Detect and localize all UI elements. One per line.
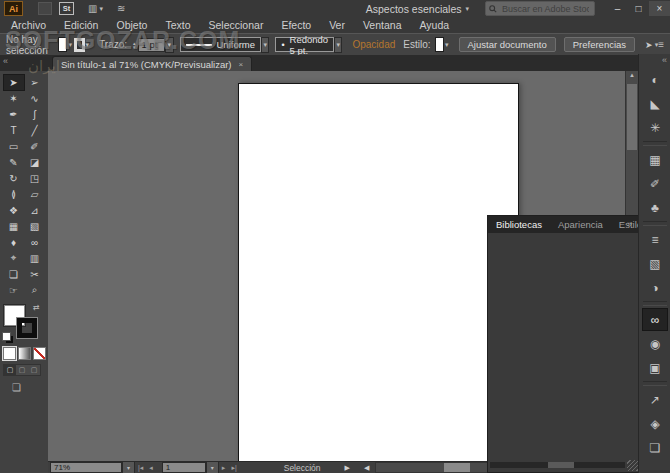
panel-horizontal-scrollbar[interactable] bbox=[490, 462, 625, 468]
control-panel-menu-icon[interactable]: ≡ bbox=[658, 39, 664, 50]
panel-scrollbar-thumb[interactable] bbox=[548, 462, 574, 468]
tool-slice[interactable]: ✂ bbox=[25, 267, 45, 282]
tool-pencil[interactable]: ✎ bbox=[4, 155, 24, 170]
arrange-documents-button[interactable]: ▥ ▾ bbox=[88, 3, 103, 14]
color-mode-button[interactable] bbox=[3, 347, 16, 360]
libraries-panel-body[interactable] bbox=[488, 233, 639, 460]
vertical-scrollbar-thumb[interactable] bbox=[627, 84, 637, 150]
chevron-down-icon[interactable]: ▾ bbox=[445, 41, 449, 49]
menu-edicion[interactable]: Edición bbox=[55, 17, 107, 33]
stroke-indicator[interactable] bbox=[17, 318, 37, 338]
scroll-left-icon[interactable]: ◀ bbox=[364, 464, 369, 472]
close-button[interactable]: × bbox=[649, 1, 670, 16]
workspace-switcher[interactable]: Aspectos esenciales ▾ bbox=[366, 3, 469, 15]
tool-curvature[interactable]: ʃ bbox=[25, 107, 45, 122]
zoom-level-field[interactable]: 71% bbox=[50, 462, 122, 473]
tool-rectangle[interactable]: ▭ bbox=[4, 139, 24, 154]
menu-efecto[interactable]: Efecto bbox=[272, 17, 320, 33]
tool-symbol-sprayer[interactable]: ⌖ bbox=[4, 251, 24, 266]
tool-column-graph[interactable]: ▥ bbox=[25, 251, 45, 266]
tool-selection[interactable]: ➤ bbox=[4, 75, 24, 90]
zoom-level-dropdown[interactable]: ▾ bbox=[122, 461, 135, 473]
stock-search[interactable] bbox=[485, 1, 595, 16]
stroke-label[interactable]: Trazo: bbox=[99, 39, 127, 50]
artboard-number-dropdown[interactable]: ▾ bbox=[206, 461, 219, 473]
tool-perspective-grid[interactable]: ⊿ bbox=[25, 203, 45, 218]
minimize-button[interactable]: – bbox=[607, 1, 628, 16]
layers-panel-icon[interactable]: ◈ bbox=[642, 412, 668, 435]
style-swatch[interactable] bbox=[435, 37, 445, 52]
close-tab-icon[interactable]: × bbox=[239, 60, 244, 69]
fill-color-swatch[interactable] bbox=[58, 37, 68, 52]
artboard-number-field[interactable]: 1 bbox=[162, 462, 206, 473]
preferences-button[interactable]: Preferencias bbox=[564, 37, 635, 52]
tool-scale[interactable]: ◳ bbox=[25, 171, 45, 186]
stroke-width-field[interactable]: 1 pt bbox=[138, 38, 166, 52]
brushes-panel-icon[interactable]: ✐ bbox=[642, 172, 668, 195]
tool-zoom[interactable]: ⌕ bbox=[25, 283, 45, 298]
previous-artboard-button[interactable]: ◂ bbox=[149, 464, 153, 472]
tool-eraser[interactable]: ◪ bbox=[25, 155, 45, 170]
menu-archivo[interactable]: Archivo bbox=[2, 17, 55, 33]
gradient-panel-icon[interactable]: ▧ bbox=[642, 252, 668, 275]
draw-normal-button[interactable]: ▢ bbox=[4, 365, 16, 375]
gradient-mode-button[interactable] bbox=[18, 347, 31, 360]
stroke-profile-caret[interactable]: ▾ bbox=[261, 37, 269, 53]
tool-rotate[interactable]: ↻ bbox=[4, 171, 24, 186]
swap-fill-stroke-icon[interactable]: ⇄ bbox=[33, 303, 40, 312]
tool-artboard[interactable]: ❏ bbox=[4, 267, 24, 282]
artboard[interactable] bbox=[238, 83, 519, 462]
stroke-width-dropdown[interactable]: ▾ bbox=[165, 37, 173, 53]
transparency-panel-icon[interactable]: ◑ bbox=[642, 276, 668, 299]
sync-status-icon[interactable]: ≋ bbox=[117, 3, 125, 14]
brush-definition-caret[interactable]: ▾ bbox=[334, 37, 342, 53]
stroke-profile-dropdown[interactable]: Uniforme bbox=[180, 37, 262, 52]
restore-button[interactable]: □ bbox=[628, 1, 649, 16]
tool-hand[interactable]: ☞ bbox=[4, 283, 24, 298]
tool-width[interactable]: ≬ bbox=[4, 187, 24, 202]
next-artboard-button[interactable]: ▸ bbox=[222, 464, 226, 472]
default-fill-stroke-icon[interactable] bbox=[2, 332, 11, 341]
draw-behind-button[interactable]: ▢ bbox=[16, 365, 28, 375]
tool-mesh[interactable]: ▦ bbox=[4, 219, 24, 234]
tool-direct-selection[interactable]: ➢ bbox=[25, 75, 45, 90]
status-options-icon[interactable]: ▶ bbox=[345, 464, 350, 472]
panel-tab-overflow-icon[interactable]: » bbox=[627, 216, 637, 233]
document-tab[interactable]: Sin título-1 al 71% (CMYK/Previsualizar)… bbox=[52, 56, 252, 72]
tool-free-transform[interactable]: ▱ bbox=[25, 187, 45, 202]
fit-document-button[interactable]: Ajustar documento bbox=[459, 37, 556, 52]
tool-type[interactable]: T bbox=[4, 123, 24, 138]
export-panel-icon[interactable]: ↗ bbox=[642, 388, 668, 411]
opacity-link[interactable]: Opacidad bbox=[352, 39, 395, 50]
none-mode-button[interactable] bbox=[33, 347, 46, 360]
tool-blend[interactable]: ∞ bbox=[25, 235, 45, 250]
artboards-panel-icon[interactable]: ❏ bbox=[642, 436, 668, 459]
menu-objeto[interactable]: Objeto bbox=[107, 17, 156, 33]
scroll-up-icon[interactable]: ▲ bbox=[626, 72, 638, 78]
graphic-styles-panel-icon[interactable]: ▣ bbox=[642, 356, 668, 379]
tool-pen[interactable]: ✒ bbox=[4, 107, 24, 122]
last-artboard-button[interactable]: ▸| bbox=[231, 464, 236, 472]
tools-collapse-icon[interactable]: « bbox=[3, 56, 8, 66]
tool-gradient[interactable]: ▧ bbox=[25, 219, 45, 234]
horizontal-scrollbar-thumb[interactable] bbox=[444, 463, 470, 472]
chevron-down-icon[interactable]: ▾ bbox=[86, 41, 90, 49]
tool-eyedropper[interactable]: ♦ bbox=[4, 235, 24, 250]
panel-tab-bibliotecas[interactable]: Bibliotecas bbox=[488, 216, 550, 233]
expand-panels-icon[interactable]: « bbox=[639, 54, 670, 67]
menu-texto[interactable]: Texto bbox=[156, 17, 199, 33]
tool-lasso[interactable]: ∿ bbox=[25, 91, 45, 106]
menu-ayuda[interactable]: Ayuda bbox=[410, 17, 458, 33]
menu-seleccionar[interactable]: Seleccionar bbox=[200, 17, 273, 33]
libraries-panel-icon[interactable]: ∞ bbox=[642, 308, 668, 331]
panel-resize-grip[interactable] bbox=[627, 460, 638, 471]
panel-tab-apariencia[interactable]: Apariencia bbox=[550, 216, 611, 233]
swatches-panel-icon[interactable]: ▦ bbox=[642, 148, 668, 171]
search-input[interactable] bbox=[500, 3, 591, 15]
draw-inside-button[interactable]: ▢ bbox=[28, 365, 40, 375]
adobe-stock-icon[interactable]: St bbox=[59, 2, 74, 15]
first-artboard-button[interactable]: |◂ bbox=[138, 464, 143, 472]
tool-shape-builder[interactable]: ❖ bbox=[4, 203, 24, 218]
color-themes-panel-icon[interactable]: ✳ bbox=[642, 116, 668, 139]
stroke-color-swatch[interactable] bbox=[74, 38, 85, 52]
